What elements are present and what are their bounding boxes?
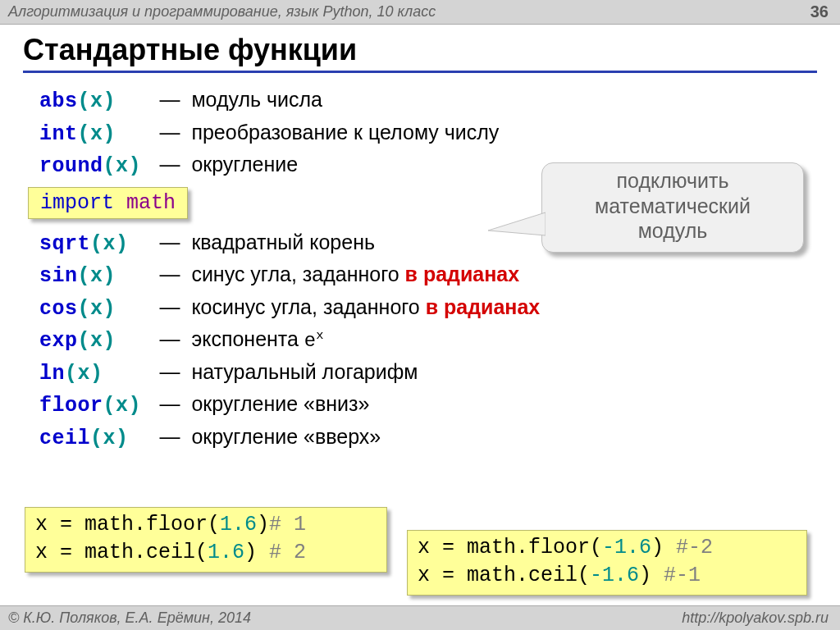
- func-desc: округление: [191, 153, 298, 176]
- func-list-math: sqrt(x) — квадратный кореньsin(x) — сину…: [23, 227, 817, 454]
- func-desc: преобразование к целому числу: [191, 121, 499, 144]
- footer-bar: © К.Ю. Поляков, Е.А. Ерёмин, 2014 http:/…: [0, 605, 840, 630]
- func-name: int: [39, 122, 78, 146]
- code-line: x = math.floor(1.6)# 1: [35, 511, 377, 539]
- header-text: Алгоритмизация и программирование, язык …: [8, 3, 436, 21]
- func-name: ln: [39, 362, 65, 386]
- func-arg: (x): [78, 329, 116, 353]
- code-box-left: x = math.floor(1.6)# 1 x = math.ceil(1.6…: [25, 507, 387, 573]
- callout-bubble: подключить математический модуль: [541, 162, 804, 253]
- dash: —: [154, 295, 186, 318]
- func-row: ceil(x) — округление «вверх»: [39, 422, 817, 454]
- footer-copyright: © К.Ю. Поляков, Е.А. Ерёмин, 2014: [8, 609, 251, 627]
- header-bar: Алгоритмизация и программирование, язык …: [0, 0, 840, 25]
- code-line: x = math.ceil(1.6) # 2: [35, 539, 377, 567]
- func-name: round: [39, 154, 103, 178]
- code-line: x = math.floor(-1.6) #-2: [418, 534, 797, 562]
- func-desc: округление «вверх»: [191, 425, 381, 448]
- func-row: ln(x) — натуральный логарифм: [39, 357, 817, 390]
- dash: —: [154, 121, 186, 144]
- dash: —: [154, 262, 186, 285]
- func-arg: (x): [78, 122, 116, 146]
- func-row: sin(x) — синус угла, заданного в радиана…: [39, 259, 817, 292]
- func-row: int(x) — преобразование к целому числу: [39, 117, 817, 150]
- func-arg: (x): [78, 297, 116, 321]
- dash: —: [154, 231, 186, 253]
- func-arg: (x): [78, 264, 116, 288]
- func-name: cos: [39, 297, 78, 321]
- dash: —: [154, 425, 186, 448]
- page-title: Стандартные функции: [23, 33, 817, 73]
- import-keyword: import: [40, 191, 126, 215]
- func-name: floor: [39, 394, 103, 418]
- func-desc-red: в радианах: [426, 295, 541, 318]
- func-desc: модуль числа: [191, 88, 322, 111]
- func-desc: натуральный логарифм: [191, 360, 418, 383]
- func-arg: (x): [65, 362, 103, 386]
- func-name: exp: [39, 329, 78, 353]
- func-arg: (x): [90, 232, 129, 256]
- exp-symbol: ex: [304, 330, 324, 352]
- func-row: cos(x) — косинус угла, заданного в радиа…: [39, 292, 817, 325]
- content-area: Стандартные функции abs(x) — модуль числ…: [0, 25, 840, 454]
- func-desc: экспонента: [191, 327, 304, 350]
- func-arg: (x): [103, 394, 142, 418]
- func-name: abs: [39, 89, 78, 113]
- code-line: x = math.ceil(-1.6) #-1: [418, 562, 797, 590]
- dash: —: [154, 392, 186, 415]
- func-desc: синус угла, заданного: [191, 262, 404, 285]
- func-row: abs(x) — модуль числа: [39, 84, 817, 117]
- func-arg: (x): [78, 89, 116, 113]
- func-name: ceil: [39, 427, 90, 450]
- callout-line3: модуль: [550, 218, 795, 244]
- func-desc: квадратный корень: [191, 231, 375, 253]
- import-box: import math: [28, 187, 188, 219]
- svg-marker-0: [488, 212, 546, 235]
- page-number: 36: [810, 2, 829, 21]
- func-arg: (x): [103, 154, 142, 178]
- callout-line2: математический: [550, 194, 795, 219]
- dash: —: [154, 88, 186, 111]
- footer-url: http://kpolyakov.spb.ru: [682, 609, 829, 627]
- func-desc: округление «вниз»: [191, 392, 369, 415]
- func-name: sqrt: [39, 232, 90, 256]
- func-desc: косинус угла, заданного: [191, 295, 425, 318]
- code-box-right: x = math.floor(-1.6) #-2 x = math.ceil(-…: [407, 530, 807, 596]
- func-desc-red: в радианах: [405, 262, 520, 285]
- dash: —: [154, 327, 186, 350]
- callout-line1: подключить: [550, 168, 795, 194]
- dash: —: [154, 360, 186, 383]
- func-arg: (x): [90, 427, 129, 450]
- dash: —: [154, 153, 186, 176]
- func-row: floor(x) — округление «вниз»: [39, 389, 817, 422]
- func-row: exp(x) — экспонента ex: [39, 324, 817, 357]
- import-module: math: [126, 191, 176, 215]
- func-name: sin: [39, 264, 78, 288]
